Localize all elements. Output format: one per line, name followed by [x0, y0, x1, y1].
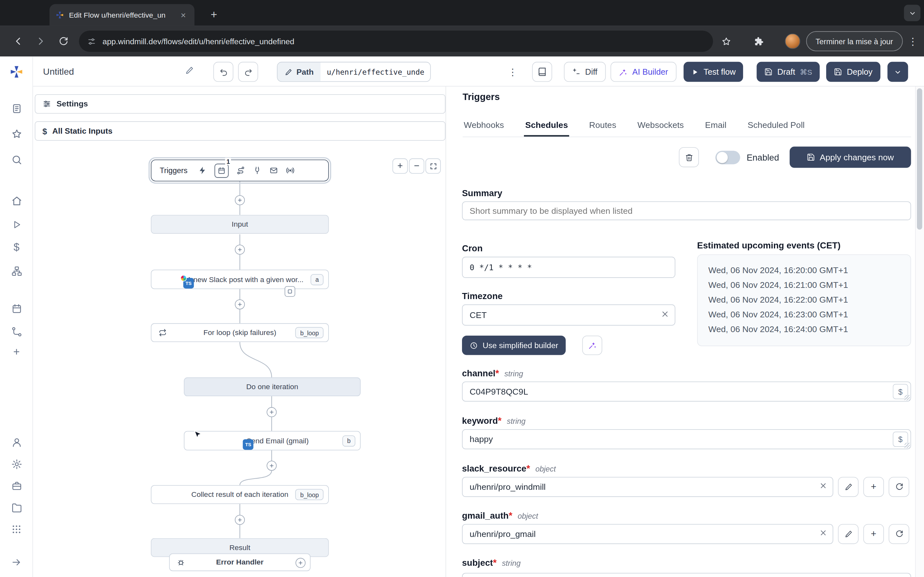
add-resource-button[interactable]: +: [863, 524, 884, 544]
test-flow-button[interactable]: Test flow: [684, 62, 743, 82]
websocket-plug-icon[interactable]: [253, 166, 262, 175]
redo-button[interactable]: [238, 62, 258, 82]
poll-radio-icon[interactable]: [286, 166, 295, 175]
fit-view-button[interactable]: [425, 158, 441, 174]
insert-step-icon[interactable]: [235, 195, 245, 205]
browser-tab[interactable]: Edit Flow u/henri/effective_un ×: [49, 4, 194, 26]
error-handler-node[interactable]: Error Handler: [169, 554, 310, 571]
resize-handle[interactable]: [905, 443, 910, 448]
docs-book-button[interactable]: [532, 62, 552, 82]
new-tab-button[interactable]: +: [205, 6, 223, 23]
add-resource-button[interactable]: +: [863, 477, 884, 497]
edit-resource-button[interactable]: [838, 524, 859, 544]
deploy-dropdown-button[interactable]: [887, 62, 908, 82]
browser-menu-icon[interactable]: ⋮: [903, 31, 923, 51]
insert-step-icon[interactable]: [235, 245, 245, 255]
clear-resource-icon[interactable]: [819, 529, 827, 537]
gmail-auth-input[interactable]: [462, 524, 833, 544]
input-node[interactable]: Input: [151, 215, 329, 234]
schedule-trigger-selected[interactable]: 1: [215, 163, 229, 177]
zoom-out-button[interactable]: −: [409, 158, 425, 174]
folder-icon[interactable]: [5, 496, 28, 519]
path-input[interactable]: [321, 63, 431, 81]
do-one-iteration-node[interactable]: Do one iteration: [184, 377, 360, 396]
ai-cron-button[interactable]: [582, 335, 602, 355]
subject-input[interactable]: [462, 573, 911, 577]
add-plus-icon[interactable]: +: [5, 340, 28, 364]
site-info-icon[interactable]: [87, 37, 96, 46]
add-error-handler-icon[interactable]: [296, 558, 305, 568]
edit-title-pencil-icon[interactable]: [185, 66, 194, 75]
simplified-builder-button[interactable]: Use simplified builder: [462, 335, 566, 355]
summary-input[interactable]: [462, 201, 911, 220]
insert-step-icon[interactable]: [267, 407, 276, 417]
workspace-briefcase-icon[interactable]: [5, 474, 28, 498]
refresh-resource-button[interactable]: [889, 477, 909, 497]
zoom-in-button[interactable]: +: [393, 158, 408, 174]
deploy-button[interactable]: Deploy: [826, 62, 880, 82]
reload-icon[interactable]: [53, 31, 73, 51]
user-icon[interactable]: [5, 430, 28, 454]
diff-button[interactable]: Diff: [564, 62, 606, 82]
clear-resource-icon[interactable]: [819, 482, 827, 490]
path-segment[interactable]: Path: [278, 63, 321, 81]
tab-email[interactable]: Email: [704, 115, 728, 137]
variables-dollar-icon[interactable]: $: [5, 235, 28, 259]
insert-step-icon[interactable]: [235, 300, 245, 309]
back-icon[interactable]: [8, 31, 28, 51]
timezone-input[interactable]: [462, 305, 675, 326]
forward-icon[interactable]: [31, 31, 51, 51]
windmill-logo[interactable]: [5, 60, 28, 83]
ai-builder-button[interactable]: AI Builder: [611, 62, 676, 82]
resize-handle[interactable]: [905, 395, 910, 400]
send-email-node[interactable]: TS Send Email (gmail) b: [184, 431, 360, 450]
search-icon[interactable]: [5, 148, 28, 171]
home-icon[interactable]: [5, 189, 28, 213]
tab-scheduled-poll[interactable]: Scheduled Poll: [746, 115, 806, 137]
slack-resource-input[interactable]: [462, 477, 833, 497]
collect-result-node[interactable]: Collect result of each iteration b_loop: [151, 485, 329, 504]
slack-step-node[interactable]: TS A new Slack post with a given wor... …: [151, 269, 329, 289]
tab-routes[interactable]: Routes: [588, 115, 618, 137]
schedules-calendar-icon[interactable]: [5, 297, 28, 320]
scrollbar-thumb[interactable]: [917, 89, 922, 230]
extensions-puzzle-icon[interactable]: [748, 31, 768, 51]
triggers-node[interactable]: Triggers 1: [151, 160, 329, 181]
bookmark-star-icon[interactable]: [716, 31, 736, 51]
url-bar[interactable]: app.windmill.dev/flows/edit/u/henri/effe…: [79, 31, 713, 52]
undo-button[interactable]: [213, 62, 233, 82]
expand-step-button[interactable]: [284, 286, 295, 297]
clear-timezone-icon[interactable]: [661, 309, 670, 319]
insert-step-icon[interactable]: [235, 515, 245, 525]
webhook-bolt-icon[interactable]: [198, 166, 207, 175]
runs-play-icon[interactable]: [5, 213, 28, 236]
edit-resource-button[interactable]: [838, 477, 859, 497]
apps-grid-icon[interactable]: [5, 517, 28, 541]
tab-close-icon[interactable]: ×: [178, 10, 189, 20]
star-icon[interactable]: [5, 122, 28, 145]
more-menu-icon[interactable]: ⋮: [508, 67, 517, 78]
routes-icon[interactable]: [236, 166, 246, 175]
email-trigger-icon[interactable]: [270, 166, 278, 175]
draft-button[interactable]: Draft ⌘S: [756, 62, 820, 82]
refresh-resource-button[interactable]: [889, 524, 909, 544]
delete-schedule-button[interactable]: [679, 147, 699, 167]
for-loop-node[interactable]: For loop (skip failures) b_loop: [151, 323, 329, 342]
flows-pipe-icon[interactable]: [5, 319, 28, 343]
profile-avatar[interactable]: [785, 34, 800, 49]
resources-sitemap-icon[interactable]: [5, 259, 28, 282]
tab-websockets[interactable]: Websockets: [636, 115, 685, 137]
channel-input[interactable]: [462, 382, 911, 401]
enabled-toggle[interactable]: [716, 151, 740, 164]
browser-update-button[interactable]: Terminer la mise à jour: [806, 31, 903, 51]
insert-step-icon[interactable]: [267, 461, 276, 471]
flow-title[interactable]: Untitled: [43, 67, 74, 77]
list-icon[interactable]: [5, 97, 28, 120]
window-chevron-icon[interactable]: [904, 5, 921, 21]
apply-changes-button[interactable]: Apply changes now: [790, 147, 911, 168]
cron-input[interactable]: [462, 257, 675, 278]
tab-webhooks[interactable]: Webhooks: [463, 115, 505, 137]
keyword-input[interactable]: [462, 429, 911, 449]
tab-schedules[interactable]: Schedules: [524, 115, 569, 137]
gear-icon[interactable]: [5, 452, 28, 476]
